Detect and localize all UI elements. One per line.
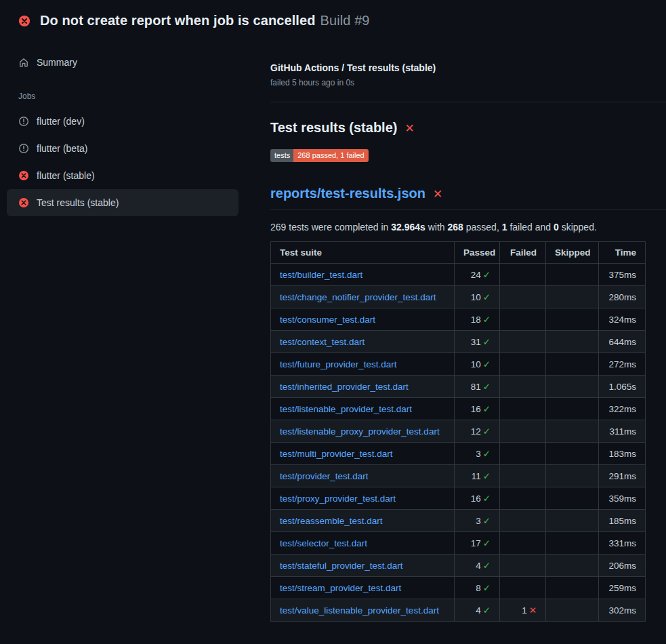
- sidebar-item-flutter-dev[interactable]: flutter (dev): [7, 108, 238, 135]
- skipped-cell: [546, 577, 599, 599]
- check-icon: ✓: [483, 538, 491, 548]
- header: Do not create report when job is cancell…: [0, 0, 666, 38]
- check-icon: ✓: [483, 494, 491, 504]
- skipped-cell: [546, 532, 599, 555]
- test-suite-link[interactable]: test/inherited_provider_test.dart: [280, 382, 409, 392]
- test-suite-link[interactable]: test/selector_test.dart: [280, 538, 367, 548]
- cross-mark-icon: ✕: [404, 123, 414, 134]
- x-circle-icon: [18, 170, 29, 181]
- sidebar-item-test-results-stable[interactable]: Test results (stable): [7, 189, 238, 216]
- sidebar-item-label: Test results (stable): [37, 197, 119, 208]
- summary-text: passed,: [463, 222, 502, 233]
- summary-text: failed and: [507, 222, 554, 233]
- report-file-link[interactable]: reports/test-results.json: [270, 186, 425, 201]
- sidebar-item-flutter-beta[interactable]: flutter (beta): [7, 135, 238, 162]
- test-suite-cell: test/provider_test.dart: [271, 465, 455, 487]
- test-suite-link[interactable]: test/builder_test.dart: [280, 270, 362, 280]
- sidebar: Summary Jobs flutter (dev) flutter (beta…: [0, 38, 251, 216]
- col-header-failed: Failed: [500, 242, 546, 264]
- time-cell: 185ms: [599, 510, 646, 532]
- build-number: Build #9: [320, 13, 370, 28]
- sidebar-item-flutter-stable[interactable]: flutter (stable): [7, 162, 238, 189]
- test-suite-link[interactable]: test/change_notifier_provider_test.dart: [280, 292, 436, 302]
- check-icon: ✓: [483, 337, 491, 347]
- test-suite-cell: test/listenable_provider_test.dart: [271, 398, 455, 420]
- passed-count: 12: [471, 426, 481, 437]
- test-suite-link[interactable]: test/consumer_test.dart: [280, 315, 375, 325]
- check-icon: ✓: [483, 382, 491, 392]
- summary-passed-count: 268: [448, 222, 463, 233]
- cancelled-icon: [18, 143, 29, 154]
- check-icon: ✓: [483, 605, 491, 616]
- passed-count: 16: [471, 494, 481, 504]
- passed-cell: 8✓: [455, 577, 500, 599]
- table-row: test/builder_test.dart 24✓ ✕ 375ms: [271, 264, 646, 286]
- check-title: Do not create report when job is cancell…: [40, 13, 316, 28]
- time-cell: 359ms: [599, 487, 646, 510]
- test-suite-cell: test/multi_provider_test.dart: [271, 443, 455, 465]
- failed-cell: ✕: [500, 264, 546, 286]
- test-suite-link[interactable]: test/future_provider_test.dart: [280, 359, 397, 369]
- cross-icon: ✕: [529, 605, 537, 616]
- check-icon: ✓: [483, 449, 491, 459]
- table-row: test/provider_test.dart 11✓ ✕ 291ms: [271, 465, 646, 487]
- failed-cell: ✕: [500, 555, 546, 577]
- time-cell: 324ms: [599, 308, 646, 331]
- passed-count: 10: [471, 292, 481, 302]
- passed-count: 4: [476, 605, 481, 616]
- test-suite-cell: test/consumer_test.dart: [271, 308, 455, 331]
- test-suite-cell: test/inherited_provider_test.dart: [271, 376, 455, 398]
- divider: [270, 102, 666, 102]
- passed-count: 31: [471, 337, 481, 347]
- table-row: test/context_test.dart 31✓ ✕ 644ms: [271, 331, 646, 353]
- passed-count: 10: [471, 359, 481, 369]
- test-suite-link[interactable]: test/listenable_provider_test.dart: [280, 404, 412, 414]
- passed-cell: 31✓: [455, 331, 500, 353]
- col-header-passed: Passed: [455, 242, 500, 264]
- table-row: test/change_notifier_provider_test.dart …: [271, 286, 646, 308]
- time-cell: 259ms: [599, 577, 646, 599]
- test-suite-link[interactable]: test/provider_test.dart: [280, 471, 369, 481]
- table-row: test/listenable_proxy_provider_test.dart…: [271, 420, 646, 443]
- skipped-cell: [546, 599, 599, 622]
- passed-cell: 10✓: [455, 286, 500, 308]
- skipped-cell: [546, 264, 599, 286]
- test-suite-cell: test/reassemble_test.dart: [271, 510, 455, 532]
- breadcrumb: GitHub Actions / Test results (stable): [270, 62, 666, 73]
- summary-duration: 32.964s: [391, 222, 425, 233]
- failed-status-icon: [18, 15, 30, 27]
- passed-count: 8: [476, 583, 481, 593]
- time-cell: 331ms: [599, 532, 646, 555]
- test-suite-link[interactable]: test/proxy_provider_test.dart: [280, 494, 396, 504]
- test-suite-link[interactable]: test/multi_provider_test.dart: [280, 449, 393, 459]
- check-icon: ✓: [483, 270, 491, 280]
- skipped-cell: [546, 487, 599, 510]
- test-suite-link[interactable]: test/value_listenable_provider_test.dart: [280, 605, 439, 616]
- test-suite-cell: test/stream_provider_test.dart: [271, 577, 455, 599]
- sidebar-item-label: flutter (dev): [37, 116, 85, 127]
- test-suite-link[interactable]: test/stateful_provider_test.dart: [280, 561, 403, 571]
- passed-cell: 3✓: [455, 510, 500, 532]
- main-content: GitHub Actions / Test results (stable) f…: [251, 38, 666, 622]
- table-row: test/stateful_provider_test.dart 4✓ ✕ 20…: [271, 555, 646, 577]
- passed-cell: 18✓: [455, 308, 500, 331]
- test-suite-link[interactable]: test/reassemble_test.dart: [280, 516, 383, 526]
- test-suite-link[interactable]: test/stream_provider_test.dart: [280, 583, 401, 593]
- failed-cell: 1✕: [500, 599, 546, 622]
- test-suite-link[interactable]: test/context_test.dart: [280, 337, 365, 347]
- time-cell: 375ms: [599, 264, 646, 286]
- check-icon: ✓: [483, 359, 491, 369]
- table-row: test/inherited_provider_test.dart 81✓ ✕ …: [271, 376, 646, 398]
- table-header-row: Test suite Passed Failed Skipped Time: [271, 242, 646, 264]
- summary-line: 269 tests were completed in 32.964s with…: [270, 222, 666, 233]
- table-row: test/consumer_test.dart 18✓ ✕ 324ms: [271, 308, 646, 331]
- test-suite-link[interactable]: test/listenable_proxy_provider_test.dart: [280, 426, 440, 437]
- sidebar-item-label: flutter (beta): [37, 143, 87, 154]
- test-suite-cell: test/proxy_provider_test.dart: [271, 487, 455, 510]
- failed-cell: ✕: [500, 286, 546, 308]
- results-table-body: test/builder_test.dart 24✓ ✕ 375ms test/…: [271, 264, 646, 622]
- summary-text: skipped.: [559, 222, 597, 233]
- sidebar-item-summary[interactable]: Summary: [7, 49, 238, 76]
- passed-cell: 3✓: [455, 443, 500, 465]
- passed-cell: 11✓: [455, 465, 500, 487]
